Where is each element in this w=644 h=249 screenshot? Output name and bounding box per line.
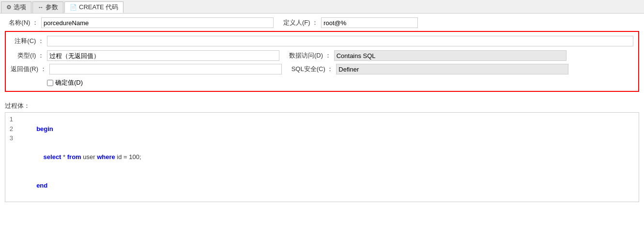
type-label: 类型(I) ： bbox=[11, 51, 47, 60]
tab-params-label: 参数 bbox=[46, 3, 58, 12]
comment-row: 注释(C) ： bbox=[11, 36, 633, 46]
type-select[interactable]: 过程（无返回值） 函数（有返回值） bbox=[47, 50, 279, 61]
comment-input[interactable] bbox=[47, 36, 633, 46]
tab-options[interactable]: ⚙ 选项 bbox=[1, 1, 31, 13]
proc-body-section: 过程体： 1 2 3 begin select * from user wher… bbox=[0, 100, 644, 204]
kw-end: end bbox=[36, 182, 47, 189]
kw-begin: begin bbox=[36, 125, 53, 132]
return-label: 返回值(R) ： bbox=[11, 65, 49, 73]
comment-label: 注释(C) ： bbox=[11, 37, 47, 45]
deterministic-checkbox[interactable] bbox=[47, 80, 53, 86]
code-table: user bbox=[81, 153, 97, 161]
code-id: id = 100; bbox=[115, 153, 141, 161]
code-star: * bbox=[61, 153, 67, 161]
kw-from: from bbox=[67, 153, 81, 161]
options-icon: ⚙ bbox=[6, 4, 12, 11]
main-container: ⚙ 选项 ↔ 参数 📄 CREATE 代码 名称(N) ： 定义人(F) ： 注… bbox=[0, 0, 644, 249]
checkbox-row: 确定值(D) bbox=[47, 78, 633, 87]
options-box: 注释(C) ： 类型(I) ： 过程（无返回值） 函数（有返回值） 数据访问(D… bbox=[5, 31, 639, 92]
form-area: 名称(N) ： 定义人(F) ： 注释(C) ： 类型(I) ： 过程（无返回值… bbox=[0, 14, 644, 100]
kw-where: where bbox=[97, 153, 115, 161]
tab-params[interactable]: ↔ 参数 bbox=[32, 1, 63, 13]
sql-security-input bbox=[336, 64, 568, 74]
tab-create-code-label: CREATE 代码 bbox=[79, 3, 118, 12]
code-editor[interactable]: 1 2 3 begin select * from user where id … bbox=[5, 112, 639, 202]
return-select-wrapper bbox=[49, 64, 282, 74]
definer-input[interactable] bbox=[321, 17, 418, 28]
params-icon: ↔ bbox=[38, 4, 44, 11]
tab-options-label: 选项 bbox=[14, 3, 26, 12]
line-numbers: 1 2 3 bbox=[9, 115, 19, 200]
deterministic-label: 确定值(D) bbox=[55, 78, 83, 87]
definer-label: 定义人(F) ： bbox=[283, 18, 321, 27]
return-row: 返回值(R) ： SQL安全(C) ： bbox=[11, 64, 633, 74]
return-select[interactable] bbox=[49, 64, 282, 74]
name-input[interactable] bbox=[41, 17, 274, 28]
sql-security-label: SQL安全(C) ： bbox=[291, 65, 337, 73]
tab-bar: ⚙ 选项 ↔ 参数 📄 CREATE 代码 bbox=[0, 0, 644, 14]
tab-create-code[interactable]: 📄 CREATE 代码 bbox=[64, 1, 123, 13]
name-label: 名称(N) ： bbox=[5, 18, 41, 27]
code-indent bbox=[36, 153, 43, 161]
line-num-3: 3 bbox=[9, 133, 13, 143]
type-row: 类型(I) ： 过程（无返回值） 函数（有返回值） 数据访问(D) ： bbox=[11, 50, 633, 61]
type-select-wrapper: 过程（无返回值） 函数（有返回值） bbox=[47, 50, 279, 61]
code-line-1: begin bbox=[19, 115, 635, 143]
name-row: 名称(N) ： 定义人(F) ： bbox=[5, 17, 639, 28]
proc-body-label: 过程体： bbox=[5, 102, 639, 110]
kw-select: select bbox=[44, 153, 61, 161]
code-line-2: select * from user where id = 100; bbox=[19, 143, 635, 172]
data-access-label: 数据访问(D) ： bbox=[289, 51, 334, 60]
code-line-3: end bbox=[19, 171, 635, 200]
line-num-1: 1 bbox=[9, 115, 13, 124]
create-code-icon: 📄 bbox=[70, 4, 77, 11]
data-access-input bbox=[334, 50, 567, 61]
line-num-2: 2 bbox=[9, 124, 13, 134]
code-content: begin select * from user where id = 100;… bbox=[19, 115, 635, 200]
